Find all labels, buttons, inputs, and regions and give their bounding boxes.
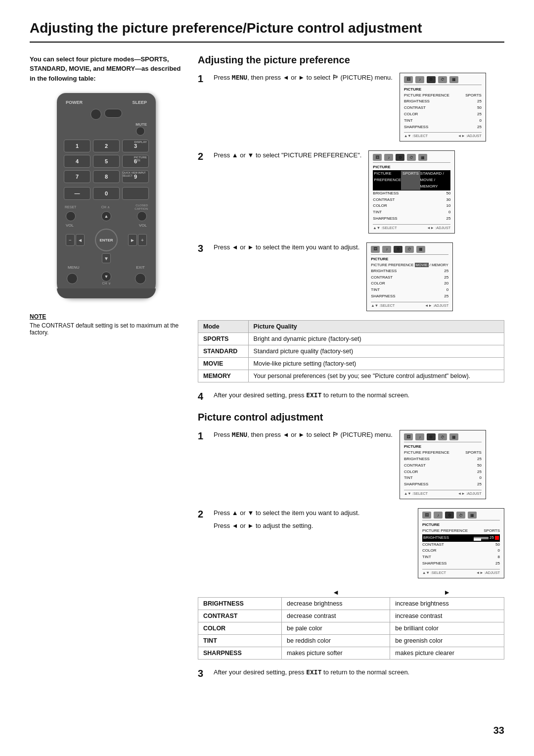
screen-footer-5: ▲▼ :SELECT◄► :ADJUST bbox=[422, 569, 500, 575]
power-button[interactable] bbox=[90, 109, 101, 120]
s2-step2-text1: Press ▲ or ▼ to select the item you want… bbox=[214, 508, 411, 518]
adj-brightness-left: decrease brightness bbox=[282, 597, 390, 610]
screen-brightness-row-5: BRIGHTNESS 25 bbox=[422, 534, 500, 542]
icon-picture-4: 🖼 bbox=[404, 433, 413, 440]
screen-color-row-1: COLOR25 bbox=[404, 111, 482, 118]
btn-1[interactable]: 1 bbox=[64, 140, 90, 152]
screen-icons-1: 🖼 ♪ ⚙ ⏱ ▦ bbox=[404, 76, 482, 85]
dpad-left-button[interactable]: ◄ bbox=[76, 234, 85, 246]
screen-pref-row-5: PICTURE PREFERENCESPORTS bbox=[422, 528, 500, 534]
screen-icons-5: 🖼 ♪ ⚙ ⏱ ▦ bbox=[422, 512, 500, 520]
icon-sound: ♪ bbox=[415, 76, 424, 83]
screen-color-row-3: COLOR20 bbox=[371, 281, 448, 287]
btn-2[interactable]: 2 bbox=[93, 140, 120, 152]
reset-button[interactable] bbox=[66, 211, 76, 221]
modes-table-header-mode: Mode bbox=[198, 320, 249, 332]
step4-num: 4 bbox=[198, 390, 209, 402]
screen-contrast-row-2: CONTRAST30 bbox=[373, 197, 450, 203]
remote-illustration: POWER SLEEP MUTE bbox=[30, 93, 183, 298]
icon-setup-3: ⚙ bbox=[394, 246, 402, 253]
btn-3[interactable]: 3 DISPLAY bbox=[122, 140, 149, 152]
section1-step2: 2 Press ▲ or ▼ to select "PICTURE PREFER… bbox=[198, 150, 504, 233]
sleep-button[interactable] bbox=[104, 109, 122, 118]
table-row: MEMORY Your personal preferences (set by… bbox=[198, 370, 504, 382]
page-number: 33 bbox=[493, 725, 504, 736]
icon-picture-2: 🖼 bbox=[373, 154, 382, 161]
screen-sharpness-row-5: SHARPNESS25 bbox=[422, 561, 500, 567]
desc-movie: Movie-like picture setting (factory-set) bbox=[248, 357, 504, 370]
icon-extra-3: ▦ bbox=[416, 246, 425, 253]
s2-step1-num: 1 bbox=[198, 430, 209, 442]
mode-sports: SPORTS bbox=[198, 332, 249, 345]
s2-step3-text: After your desired setting, press EXIT t… bbox=[214, 667, 504, 677]
btn-7[interactable]: 7 bbox=[64, 170, 90, 183]
icon-timer-3: ⏱ bbox=[405, 246, 414, 253]
dpad-right-button[interactable]: ► bbox=[128, 234, 137, 246]
mode-movie: MOVIE bbox=[198, 357, 249, 370]
note-text: The CONTRAST default setting is set to m… bbox=[30, 322, 183, 336]
screen-tint-row-3: TINT0 bbox=[371, 287, 448, 293]
screen-sharpness-row-3: SHARPNESS25 bbox=[371, 293, 448, 300]
vol-right-label: VOL bbox=[139, 223, 147, 228]
screen-icons-3: 🖼 ♪ ⚙ ⏱ ▦ bbox=[371, 246, 448, 255]
step2-content: Press ▲ or ▼ to select "PICTURE PREFEREN… bbox=[214, 150, 504, 233]
modes-table-header-quality: Picture Quality bbox=[248, 320, 504, 332]
s2-step2-texts: Press ▲ or ▼ to select the item you want… bbox=[214, 508, 411, 533]
screen-tint-row-1: TINT0 bbox=[404, 118, 482, 124]
bottom-num-row: — 0 bbox=[64, 187, 149, 200]
ch-up-button[interactable]: ▲ bbox=[101, 211, 111, 221]
icon-picture: 🖼 bbox=[404, 76, 413, 83]
btn-4[interactable]: 4 bbox=[64, 155, 90, 168]
dpad-down-button[interactable]: ▼ bbox=[102, 253, 111, 263]
icon-sound-5: ♪ bbox=[434, 512, 443, 519]
btn-9[interactable]: 9 QUICK VIEW INPUT SELECT bbox=[122, 170, 149, 183]
btn-0[interactable]: 0 bbox=[93, 187, 120, 200]
screen-color-row-2: COLOR10 bbox=[373, 203, 450, 209]
s2-step2-content: Press ▲ or ▼ to select the item you want… bbox=[214, 508, 504, 578]
exit-button-remote[interactable] bbox=[135, 273, 146, 284]
step1-num: 1 bbox=[198, 73, 209, 85]
btn-blank[interactable] bbox=[122, 187, 149, 200]
btn-6[interactable]: 6 PICTURESIZE bbox=[122, 155, 149, 168]
screen-contrast-row-3: CONTRAST25 bbox=[371, 275, 448, 281]
vol-minus-button[interactable]: − bbox=[66, 234, 75, 246]
screen-brightness-row-4: BRIGHTNESS25 bbox=[404, 456, 482, 463]
screen-tint-row-4: TINT0 bbox=[404, 475, 482, 481]
icon-timer-4: ⏱ bbox=[438, 433, 447, 440]
adj-arrow-right: ► bbox=[390, 587, 504, 598]
icon-timer-2: ⏱ bbox=[407, 154, 416, 161]
vol-left-label: VOL bbox=[66, 223, 74, 228]
screen-tint-row-2: TINT0 bbox=[373, 209, 450, 216]
screen-color-row-4: COLOR25 bbox=[404, 469, 482, 475]
closed-caption-button[interactable] bbox=[137, 211, 147, 221]
adj-tint-label: TINT bbox=[198, 634, 282, 647]
icon-extra: ▦ bbox=[449, 76, 458, 83]
btn-8[interactable]: 8 bbox=[93, 170, 120, 183]
screen-mock-5: 🖼 ♪ ⚙ ⏱ ▦ PICTURE PICTURE PREFERENCESPOR… bbox=[418, 508, 504, 578]
screen-tint-row-5: TINT8 bbox=[422, 554, 500, 561]
screen-sharpness-row-4: SHARPNESS25 bbox=[404, 481, 482, 488]
screen-mock-3: 🖼 ♪ ⚙ ⏱ ▦ PICTURE PICTURE PREFERENCE MOV… bbox=[366, 242, 453, 311]
enter-button[interactable]: ENTER bbox=[99, 238, 113, 242]
icon-picture-5: 🖼 bbox=[422, 512, 431, 519]
adj-color-left: be pale color bbox=[282, 622, 390, 634]
icon-timer: ⏱ bbox=[438, 76, 447, 83]
ch-down-button[interactable]: ▼ bbox=[101, 272, 111, 282]
adj-brightness-right: increase brightness bbox=[390, 597, 504, 610]
adj-contrast-label: CONTRAST bbox=[198, 610, 282, 622]
menu-button[interactable] bbox=[67, 273, 78, 284]
vol-plus-button[interactable]: + bbox=[138, 234, 147, 246]
step4-text: After your desired setting, press EXIT t… bbox=[214, 390, 504, 400]
adj-empty-cell bbox=[198, 587, 282, 598]
btn-5[interactable]: 5 bbox=[93, 155, 120, 168]
icon-extra-2: ▦ bbox=[418, 154, 427, 161]
arrow-row: ◄ ► bbox=[198, 587, 504, 598]
power-label: POWER bbox=[66, 100, 83, 105]
step2-text: Press ▲ or ▼ to select "PICTURE PREFEREN… bbox=[214, 150, 361, 160]
s2-step3-content: After your desired setting, press EXIT t… bbox=[214, 667, 504, 680]
table-row: SHARPNESS makes picture softer makes pic… bbox=[198, 647, 504, 659]
screen-brightness-row-1: BRIGHTNESS25 bbox=[404, 98, 482, 105]
mute-button[interactable] bbox=[136, 127, 145, 136]
btn-dash[interactable]: — bbox=[64, 187, 90, 200]
icon-sound-4: ♪ bbox=[415, 433, 424, 440]
